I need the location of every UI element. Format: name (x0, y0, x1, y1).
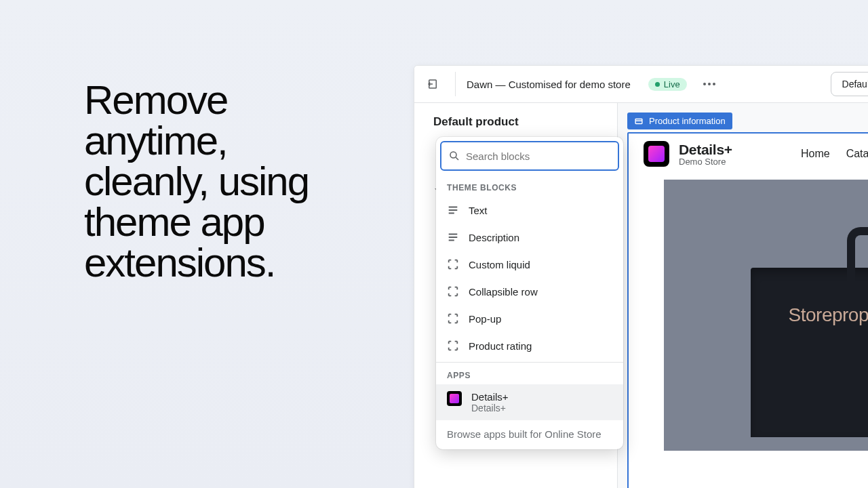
store-logo-icon (644, 141, 669, 167)
browse-apps-link[interactable]: Browse apps built for Online Store (436, 420, 623, 449)
block-option-custom-liquid[interactable]: Custom liquid (436, 251, 623, 278)
hero-line: Remove (84, 80, 309, 121)
group-label-theme-blocks: THEME BLOCKS (436, 175, 623, 197)
ellipsis-icon (703, 83, 715, 85)
default-template-button[interactable]: Defaul (831, 72, 868, 96)
store-title: Details+ (679, 142, 732, 158)
block-label: Custom liquid (469, 259, 530, 270)
storefront-nav: Home Catal (801, 148, 868, 160)
nav-catalog[interactable]: Catal (846, 148, 868, 160)
block-label: Collapsible row (469, 286, 538, 298)
app-name: Details+ (471, 391, 509, 403)
block-label: Text (469, 205, 488, 216)
frame-icon (447, 258, 459, 270)
frame-icon (447, 285, 459, 298)
frame-icon (447, 312, 459, 325)
live-label: Live (664, 79, 680, 89)
live-dot-icon (655, 82, 660, 87)
topbar: Dawn — Customised for demo store Live De… (414, 66, 868, 103)
more-button[interactable] (698, 73, 721, 96)
block-option-popup[interactable]: Pop-up (436, 305, 623, 332)
block-option-collapsible-row[interactable]: Collapsible row (436, 278, 623, 305)
store-subtitle: Demo Store (679, 157, 732, 167)
theme-editor-window: Dawn — Customised for demo store Live De… (414, 65, 868, 488)
divider (455, 72, 456, 96)
product-image: Storeprop (664, 180, 868, 451)
exit-icon (427, 78, 439, 90)
frame-icon (447, 340, 459, 352)
block-label: Description (469, 232, 519, 243)
search-icon (448, 150, 460, 162)
bag-text: Storeprop (789, 304, 868, 326)
hero-line: theme app (84, 202, 309, 243)
app-subtitle: Details+ (471, 403, 509, 413)
block-label: Product rating (469, 340, 532, 352)
section-icon (634, 117, 644, 126)
hero-line: extensions. (84, 243, 309, 283)
storefront-preview: Details+ Demo Store Home Catal Storeprop (627, 132, 868, 488)
preview-pane: Product information Details+ Demo Store … (618, 103, 868, 488)
app-logo-icon (447, 391, 462, 406)
block-label: Pop-up (469, 313, 501, 325)
hero-headline: Remove anytime, cleanly, using theme app… (84, 80, 309, 283)
nav-home[interactable]: Home (801, 148, 830, 160)
live-badge: Live (648, 78, 687, 91)
section-chip[interactable]: Product information (627, 113, 732, 129)
exit-button[interactable] (421, 73, 444, 96)
hero-line: anytime, (84, 121, 309, 161)
text-lines-icon (447, 231, 459, 243)
hero-line: cleanly, using (84, 161, 309, 202)
storefront-header: Details+ Demo Store Home Catal (629, 134, 868, 174)
app-option-details-plus[interactable]: Details+ Details+ (436, 384, 623, 420)
block-option-text[interactable]: Text (436, 197, 623, 224)
svg-point-1 (450, 152, 456, 158)
block-option-description[interactable]: Description (436, 224, 623, 251)
chip-label: Product information (649, 116, 726, 126)
search-input-field[interactable] (466, 150, 611, 162)
search-blocks-input[interactable] (440, 141, 619, 171)
sidebar: Default product THEME BLOCKS (414, 103, 618, 488)
block-option-product-rating[interactable]: Product rating (436, 332, 623, 359)
sidebar-heading: Default product (433, 115, 617, 129)
group-label-apps: APPS (436, 363, 623, 384)
add-block-popover: THEME BLOCKS Text Description (436, 137, 623, 449)
text-lines-icon (447, 204, 459, 216)
bag-graphic (751, 268, 868, 437)
theme-title: Dawn — Customised for demo store (467, 79, 631, 90)
